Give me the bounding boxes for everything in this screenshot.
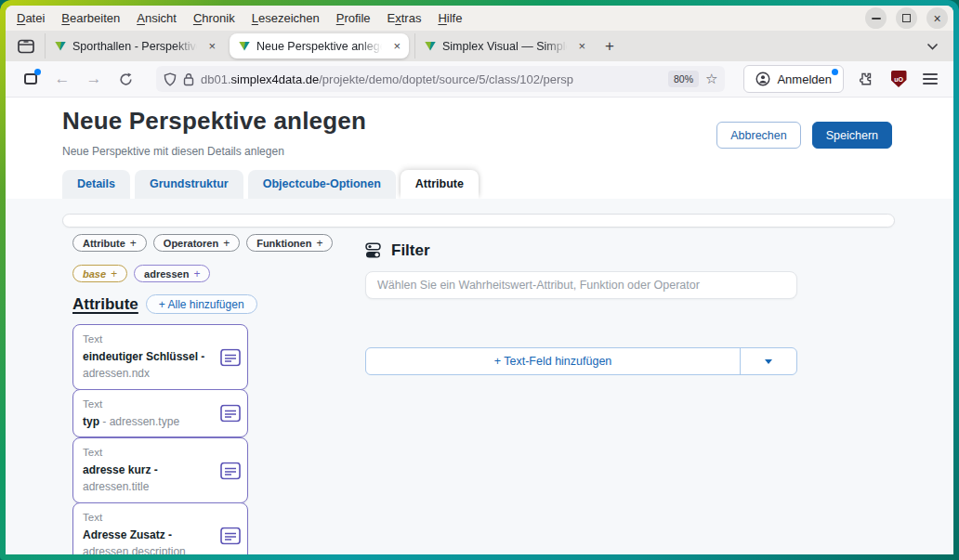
chip-adressen[interactable]: adressen+ xyxy=(134,265,210,282)
cancel-button[interactable]: Abbrechen xyxy=(716,122,800,149)
filter-header: Filter xyxy=(365,241,430,260)
back-button[interactable]: ← xyxy=(48,66,76,92)
attribute-type: Text xyxy=(83,445,216,462)
page-title: Neue Perspektive anlegen xyxy=(62,107,366,136)
plus-icon: + xyxy=(223,237,230,250)
chip-label: Operatoren xyxy=(164,238,218,249)
chip-operatoren[interactable]: Operatoren+ xyxy=(153,234,240,252)
url-bar[interactable]: db01.simplex4data.de/projekte/demo/dopte… xyxy=(156,66,725,92)
minimize-button[interactable] xyxy=(865,7,887,29)
menu-profile[interactable]: Profile xyxy=(336,11,371,25)
attribute-path: adressen.ndx xyxy=(83,367,150,380)
tab-grundstruktur[interactable]: Grundstruktur xyxy=(135,170,243,199)
add-all-button[interactable]: + Alle hinzufügen xyxy=(146,294,257,314)
attribute-card-ndx[interactable]: Text eindeutiger Schlüssel - adressen.nd… xyxy=(72,324,248,390)
notification-dot xyxy=(832,69,838,75)
browser-window: Datei Bearbeiten Ansicht Chronik Lesezei… xyxy=(0,0,959,560)
menu-ansicht[interactable]: Ansicht xyxy=(137,11,177,25)
url-subdomain: db01. xyxy=(201,72,231,86)
navigation-toolbar: ← → db01.simplex4data.de/projekte/demo/d… xyxy=(6,61,953,98)
browser-tab-neue-perspektive[interactable]: Neue Perspektive anlegen × xyxy=(230,33,409,59)
minimize-icon xyxy=(872,18,881,20)
chip-attribute[interactable]: Attribute+ xyxy=(72,234,147,252)
attribute-card-type[interactable]: Text typ - adressen.type xyxy=(72,389,248,437)
url-domain: simplex4data.de xyxy=(231,72,320,86)
filter-input[interactable] xyxy=(365,271,797,299)
url-path: /projekte/demo/doptet/source/5/class/102… xyxy=(319,72,573,86)
tab-close-icon[interactable]: × xyxy=(206,39,217,53)
add-text-field-button[interactable]: + Text-Feld hinzufügen xyxy=(366,348,740,374)
url-text: db01.simplex4data.de/projekte/demo/dopte… xyxy=(201,72,662,86)
list-all-tabs-button[interactable] xyxy=(921,43,944,50)
page-header: Neue Perspektive anlegen Neue Perspektiv… xyxy=(6,98,953,199)
browser-tab-sporthallen[interactable]: Sporthallen - Perspektiven × xyxy=(45,33,224,59)
extensions-button[interactable] xyxy=(853,66,881,92)
filter-heading: Filter xyxy=(391,241,430,260)
attribute-name: typ xyxy=(83,415,99,428)
menu-extras[interactable]: Extras xyxy=(388,11,422,25)
new-tab-button[interactable]: + xyxy=(594,37,625,56)
menu-label: earbeiten xyxy=(70,11,120,25)
sidebar-button[interactable] xyxy=(17,66,45,92)
page-tab-strip: Details Grundstruktur Objectcube-Optione… xyxy=(62,170,479,199)
chip-label: Attribute xyxy=(83,238,125,249)
menu-chronik[interactable]: Chronik xyxy=(193,11,235,25)
add-text-field-split-button: + Text-Feld hinzufügen xyxy=(365,347,797,375)
attributes-header-row: Attribute + Alle hinzufügen xyxy=(72,294,257,314)
plus-icon: + xyxy=(111,267,117,280)
bookmark-star-icon[interactable]: ☆ xyxy=(705,71,717,87)
menu-label: B xyxy=(61,11,70,25)
close-button[interactable]: × xyxy=(926,7,948,29)
filter-toggles-icon xyxy=(365,242,384,259)
app-menu-button[interactable] xyxy=(916,66,944,92)
hamburger-icon xyxy=(923,73,938,85)
reload-icon xyxy=(119,72,133,86)
tab-close-icon[interactable]: × xyxy=(576,39,587,53)
attribute-name: adresse kurz - xyxy=(83,463,158,476)
attribute-path: adressen.description xyxy=(83,545,186,554)
menu-bearbeiten[interactable]: Bearbeiten xyxy=(61,11,120,25)
menu-lesezeichen[interactable]: Lesezeichen xyxy=(252,11,320,25)
menu-label: E xyxy=(388,11,396,25)
tab-close-icon[interactable]: × xyxy=(391,39,402,53)
plus-icon: + xyxy=(130,237,137,250)
firefox-view-button[interactable] xyxy=(13,34,39,59)
ublock-button[interactable]: uO xyxy=(885,66,913,92)
expression-bar[interactable] xyxy=(62,214,895,228)
account-icon xyxy=(755,72,770,86)
menu-hilfe[interactable]: Hilfe xyxy=(438,11,462,25)
simplex-favicon xyxy=(425,42,436,51)
zoom-level-badge[interactable]: 80% xyxy=(668,71,699,87)
lock-icon xyxy=(183,72,194,86)
chip-funktionen[interactable]: Funktionen+ xyxy=(246,234,333,252)
forward-button[interactable]: → xyxy=(80,66,108,92)
maximize-button[interactable] xyxy=(896,7,917,29)
text-field-icon xyxy=(220,462,241,479)
tab-objectcube-optionen[interactable]: Objectcube-Optionen xyxy=(248,170,396,199)
simplex-favicon xyxy=(239,42,250,51)
firefox-view-icon xyxy=(18,39,34,54)
menu-datei[interactable]: Datei xyxy=(17,11,45,25)
tab-details[interactable]: Details xyxy=(62,170,130,199)
attribute-card-description[interactable]: Text Adresse Zusatz - adressen.descripti… xyxy=(72,502,248,554)
chip-base[interactable]: base+ xyxy=(72,265,127,282)
signin-button[interactable]: Anmelden xyxy=(743,65,844,93)
save-button[interactable]: Speichern xyxy=(812,122,892,149)
tab-title: Simplex Visual — Simplex V xyxy=(442,40,570,53)
add-field-dropdown-button[interactable] xyxy=(740,348,796,374)
notification-dot xyxy=(34,69,41,75)
text-field-icon xyxy=(220,527,241,544)
close-icon: × xyxy=(933,12,940,25)
attributes-heading: Attribute xyxy=(72,295,138,314)
chip-label: Funktionen xyxy=(256,238,311,249)
page-subtitle: Neue Perspektive mit diesen Details anle… xyxy=(62,145,284,158)
reload-button[interactable] xyxy=(112,66,139,92)
chip-label: base xyxy=(83,268,106,280)
browser-tab-simplex-visual[interactable]: Simplex Visual — Simplex V × xyxy=(414,33,594,59)
browser-chrome: Datei Bearbeiten Ansicht Chronik Lesezei… xyxy=(6,6,953,554)
attribute-card-title[interactable]: Text adresse kurz - adressen.title xyxy=(72,437,248,503)
menu-label: C xyxy=(193,11,202,25)
attribute-type: Text xyxy=(83,397,216,413)
puzzle-piece-icon xyxy=(860,72,874,86)
tab-attribute[interactable]: Attribute xyxy=(401,170,479,199)
